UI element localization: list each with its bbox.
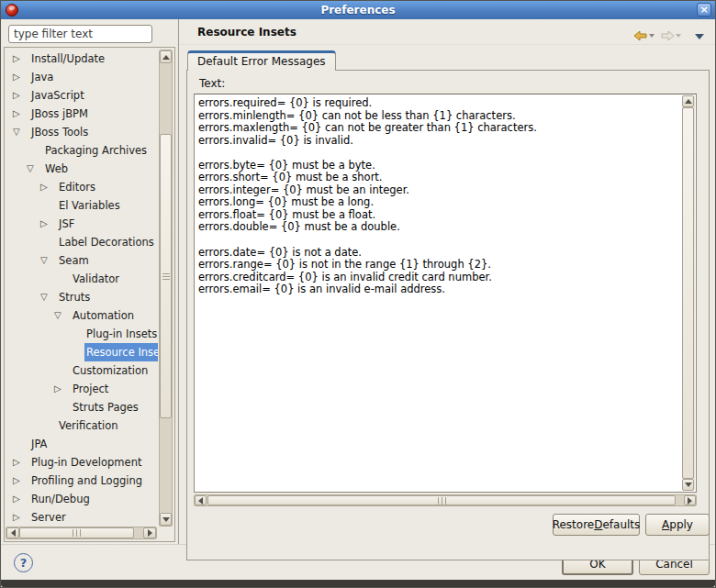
expander-collapsed-icon[interactable]: ▷ — [13, 86, 29, 105]
expander-expanded-icon[interactable]: ▽ — [27, 160, 43, 178]
tree-item-verification[interactable]: Verification — [6, 416, 158, 435]
scroll-up-icon[interactable] — [160, 50, 172, 63]
scroll-right-icon[interactable] — [684, 495, 696, 505]
expander-collapsed-icon[interactable]: ▷ — [13, 105, 29, 123]
error-messages-text[interactable]: errors.required= {0} is required. errors… — [195, 94, 696, 299]
tree-item-validator[interactable]: Validator — [6, 270, 158, 288]
tree-item-el-variables[interactable]: El Variables — [6, 196, 158, 215]
tree-item-label: Resource Insets — [84, 343, 158, 361]
expander-collapsed-icon[interactable]: ▷ — [13, 453, 29, 472]
scroll-down-icon[interactable] — [160, 513, 172, 526]
tree-item-label: Plug-in Insets — [84, 325, 158, 343]
help-button[interactable]: ? — [14, 553, 33, 572]
tree-item-java[interactable]: ▷Java — [6, 68, 158, 86]
expander-collapsed-icon[interactable]: ▷ — [13, 50, 29, 68]
tree-item-label: Install/Update — [29, 50, 158, 68]
scrollbar-thumb[interactable] — [207, 495, 676, 505]
tree-item-label: Packaging Archives — [43, 141, 158, 160]
tab-default-error-messages[interactable]: Default Error Messages — [187, 50, 336, 71]
back-button[interactable] — [632, 29, 655, 42]
button-mnemonic: D — [594, 518, 602, 531]
forward-menu-caret-icon[interactable] — [676, 34, 681, 40]
expander-collapsed-icon[interactable]: ▷ — [13, 490, 29, 508]
heading-divider — [179, 44, 716, 45]
scroll-up-icon[interactable] — [682, 95, 694, 107]
question-mark-icon: ? — [20, 556, 28, 570]
expander-expanded-icon[interactable]: ▽ — [54, 306, 71, 325]
expander-collapsed-icon[interactable]: ▷ — [13, 508, 29, 527]
scrollbar-thumb[interactable] — [160, 134, 172, 418]
tree-vertical-scrollbar[interactable] — [159, 50, 173, 527]
tree-item-label: Automation — [71, 306, 158, 325]
scroll-left-icon[interactable] — [195, 495, 207, 505]
tree-item-label: Struts — [57, 288, 158, 306]
tab-content: Text: errors.required= {0} is required. … — [186, 70, 710, 560]
scrollbar-thumb[interactable] — [682, 107, 694, 479]
text-field-label: Text: — [199, 77, 225, 90]
close-icon[interactable]: × — [697, 3, 711, 17]
tree-item-packaging-archives[interactable]: Packaging Archives — [6, 141, 158, 160]
scroll-right-icon[interactable] — [143, 527, 156, 538]
tree-item-plug-in-insets[interactable]: Plug-in Insets — [6, 325, 158, 343]
preference-page: Resource Insets Default Error Messages T… — [179, 19, 716, 544]
tree-item-customization[interactable]: Customization — [6, 361, 158, 380]
tree-item-editors[interactable]: ▷Editors — [6, 178, 158, 196]
tree-item-project[interactable]: ▷Project — [6, 380, 158, 398]
restore-defaults-button[interactable]: Restore Defaults — [553, 514, 640, 536]
tree-item-label: JBoss Tools — [29, 123, 158, 141]
error-messages-textarea[interactable]: errors.required= {0} is required. errors… — [194, 94, 697, 493]
tree-item-label: Java — [29, 68, 158, 86]
expander-collapsed-icon[interactable]: ▷ — [13, 472, 29, 490]
jboss-window-icon — [6, 4, 18, 17]
tree-item-run-debug[interactable]: ▷Run/Debug — [6, 490, 158, 508]
tree-item-web[interactable]: ▽Web — [6, 160, 158, 178]
preferences-tree: ▷Install/Update▷Java▷JavaScript▷JBoss jB… — [6, 50, 158, 527]
tree-item-jboss-jbpm[interactable]: ▷JBoss jBPM — [6, 105, 158, 123]
tree-horizontal-scrollbar[interactable] — [6, 527, 157, 539]
tree-item-label: Project — [71, 380, 158, 398]
scroll-down-icon[interactable] — [682, 479, 694, 491]
textarea-horizontal-scrollbar[interactable] — [194, 494, 697, 506]
filter-input[interactable] — [8, 25, 152, 43]
tree-item-label-decorations[interactable]: Label Decorations — [6, 233, 158, 251]
button-mnemonic: A — [662, 518, 669, 531]
tree-item-label: JPA — [29, 435, 158, 453]
tree-item-jpa[interactable]: JPA — [6, 435, 158, 453]
tree-item-label: JSF — [57, 215, 158, 233]
tree-item-resource-insets[interactable]: Resource Insets — [6, 343, 158, 361]
expander-expanded-icon[interactable]: ▽ — [13, 123, 29, 141]
page-navigation — [632, 27, 706, 44]
scrollbar-thumb[interactable] — [19, 527, 134, 538]
tree-item-automation[interactable]: ▽Automation — [6, 306, 158, 325]
scroll-left-icon[interactable] — [6, 527, 19, 538]
tree-item-label: Verification — [57, 416, 158, 435]
expander-collapsed-icon[interactable]: ▷ — [40, 178, 57, 196]
tree-item-plug-in-development[interactable]: ▷Plug-in Development — [6, 453, 158, 472]
tree-item-install-update[interactable]: ▷Install/Update — [6, 50, 158, 68]
back-menu-caret-icon[interactable] — [649, 34, 654, 40]
textarea-vertical-scrollbar[interactable] — [682, 95, 695, 491]
tree-item-label: JavaScript — [29, 86, 158, 105]
expander-expanded-icon[interactable]: ▽ — [40, 251, 57, 270]
button-label: efaults — [602, 518, 640, 531]
apply-button[interactable]: Apply — [645, 514, 710, 536]
forward-button[interactable] — [659, 29, 682, 42]
tree-item-struts-pages[interactable]: Struts Pages — [6, 398, 158, 416]
tree-item-profiling-and-logging[interactable]: ▷Profiling and Logging — [6, 472, 158, 490]
tree-item-seam[interactable]: ▽Seam — [6, 251, 158, 270]
preferences-tree-frame: ▷Install/Update▷Java▷JavaScript▷JBoss jB… — [4, 47, 175, 542]
tree-item-label: Run/Debug — [29, 490, 158, 508]
tree-item-label: Plug-in Development — [29, 453, 158, 472]
expander-collapsed-icon[interactable]: ▷ — [40, 215, 57, 233]
tree-item-struts[interactable]: ▽Struts — [6, 288, 158, 306]
expander-collapsed-icon[interactable]: ▷ — [13, 68, 29, 86]
view-menu-icon[interactable] — [695, 34, 704, 44]
tree-item-javascript[interactable]: ▷JavaScript — [6, 86, 158, 105]
tree-item-server[interactable]: ▷Server — [6, 508, 158, 527]
titlebar[interactable]: Preferences × — [1, 1, 715, 19]
tree-item-jboss-tools[interactable]: ▽JBoss Tools — [6, 123, 158, 141]
expander-collapsed-icon[interactable]: ▷ — [54, 380, 71, 398]
tree-item-label: Seam — [57, 251, 158, 270]
tree-item-jsf[interactable]: ▷JSF — [6, 215, 158, 233]
expander-expanded-icon[interactable]: ▽ — [40, 288, 57, 306]
